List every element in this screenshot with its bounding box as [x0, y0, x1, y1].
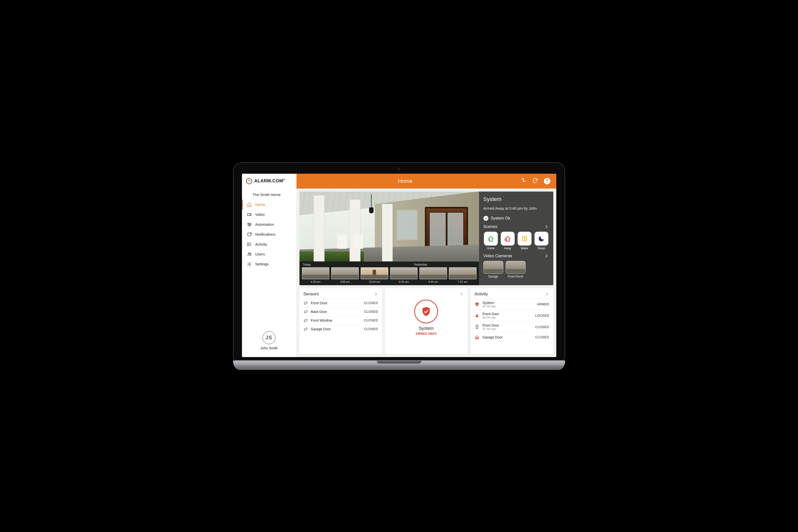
svg-point-7 — [247, 243, 248, 243]
clip-thumb[interactable]: 4:30 pm — [302, 267, 330, 283]
app-body: The Smith Home Home Video Automation — [242, 189, 556, 357]
scene-sleep-icon — [538, 235, 545, 242]
page-title: Home — [296, 174, 514, 189]
chevron-right-icon — [544, 224, 549, 229]
refresh-icon[interactable] — [532, 177, 538, 185]
clip-timeline: Today Yesterday 4:30 pm 3:00 pm 10:04 am… — [299, 261, 479, 285]
hero-camera-view[interactable]: Today Yesterday 4:30 pm 3:00 pm 10:04 am… — [299, 192, 479, 285]
clip-thumb[interactable]: 8:34 am — [390, 267, 418, 283]
app-screen: ALARMCOM® Home ? The Sm — [242, 174, 556, 357]
app-header: ALARMCOM® Home ? — [242, 174, 556, 189]
sensor-icon — [303, 301, 308, 305]
svg-point-15 — [304, 310, 308, 313]
directions-icon[interactable] — [520, 177, 526, 185]
sidebar-item-automation[interactable]: Automation — [242, 220, 296, 229]
svg-point-9 — [247, 245, 248, 246]
scenes-header[interactable]: Scenes — [483, 224, 549, 229]
clip-thumb[interactable]: 3:00 pm — [331, 267, 359, 283]
settings-icon — [247, 262, 252, 267]
sidebar-item-label: Home — [255, 203, 265, 207]
svg-point-20 — [477, 327, 478, 327]
sidebar-item-users[interactable]: Users — [242, 249, 296, 259]
help-icon[interactable]: ? — [544, 178, 550, 184]
laptop-camera — [398, 168, 401, 170]
brand-logo[interactable]: ALARMCOM® — [242, 174, 296, 189]
sidebar-item-label: Notifications — [255, 232, 276, 236]
sensor-row[interactable]: Front Door CLOSED — [303, 299, 378, 307]
sensors-card: Sensors Front Door CLOSED Back Door — [299, 288, 382, 354]
clip-thumb[interactable]: 7:22 am — [449, 267, 477, 283]
activity-icon — [247, 242, 252, 247]
sidebar-item-label: Automation — [255, 222, 274, 227]
logo-hex-icon — [246, 178, 252, 184]
chevron-right-icon — [544, 253, 549, 259]
svg-point-17 — [304, 327, 308, 330]
header-actions: ? — [514, 174, 556, 189]
lock-icon — [475, 313, 479, 318]
clip-thumbs: 4:30 pm 3:00 pm 10:04 am 8:34 am 9:46 am… — [302, 267, 477, 283]
scene-home[interactable]: Home — [483, 232, 498, 250]
sensor-icon — [303, 309, 308, 314]
garage-icon — [475, 335, 479, 340]
sidebar-item-video[interactable]: Video — [242, 210, 296, 220]
automation-icon — [247, 222, 252, 227]
svg-point-14 — [304, 301, 308, 305]
camera-thumb — [483, 261, 503, 274]
svg-rect-19 — [476, 325, 478, 329]
shield-icon — [475, 302, 479, 307]
sensor-row[interactable]: Garage Door CLOSED — [303, 325, 378, 333]
cards-row: Sensors Front Door CLOSED Back Door — [299, 288, 553, 354]
scene-away[interactable]: Away — [500, 232, 515, 250]
home-name[interactable]: The Smith Home — [242, 189, 296, 198]
profile[interactable]: JS John Smith — [242, 326, 296, 357]
users-icon — [247, 252, 252, 257]
scene-sleep[interactable]: Sleep — [534, 232, 549, 250]
activity-row[interactable]: Front Door31 min ago CLOSED — [475, 321, 549, 332]
activity-row[interactable]: Garage Door CLOSED — [475, 332, 549, 342]
clip-thumb[interactable]: 10:04 am — [361, 267, 388, 283]
shield-check-icon — [421, 306, 432, 317]
svg-point-11 — [250, 253, 251, 254]
sensors-header[interactable]: Sensors — [303, 292, 378, 297]
scene-away-icon — [504, 235, 512, 242]
system-card[interactable]: System ARMED AWAY — [385, 288, 467, 354]
scene-wake[interactable]: Wake — [517, 232, 532, 250]
sidebar-item-notifications[interactable]: Notifications — [242, 229, 296, 239]
system-ok-row: System Ok — [483, 216, 549, 221]
activity-row[interactable]: Front Door30 min ago LOCKED — [475, 310, 549, 321]
chevron-right-icon — [374, 292, 378, 296]
profile-name: John Smith — [260, 346, 278, 350]
check-circle-icon — [483, 216, 488, 221]
activity-row[interactable]: System30 min ago ARMED — [475, 299, 549, 310]
chevron-right-icon — [459, 292, 464, 296]
cameras-label: Video Cameras — [483, 253, 513, 259]
camera-tile-garage[interactable]: Garage — [483, 261, 503, 278]
system-card-state: ARMED AWAY — [415, 332, 437, 336]
home-icon — [247, 202, 252, 207]
svg-point-8 — [247, 244, 248, 245]
sensor-row[interactable]: Back Door CLOSED — [303, 307, 378, 316]
svg-point-10 — [248, 253, 249, 254]
sensor-icon — [303, 318, 308, 323]
system-status-line: Armed Away at 5:40 pm by John — [483, 206, 549, 211]
cameras-header[interactable]: Video Cameras — [483, 253, 549, 259]
activity-header[interactable]: Activity — [475, 292, 549, 297]
sidebar-item-home[interactable]: Home — [242, 200, 296, 210]
clip-thumb[interactable]: 9:46 am — [420, 267, 447, 283]
sidebar-item-label: Settings — [255, 262, 269, 266]
svg-point-12 — [249, 263, 250, 265]
laptop-frame: ALARMCOM® Home ? The Sm — [233, 162, 565, 370]
camera-tile-front-porch[interactable]: Front Porch — [506, 261, 525, 278]
svg-rect-18 — [476, 316, 478, 317]
chevron-right-icon — [545, 292, 549, 296]
laptop-bezel: ALARMCOM® Home ? The Sm — [233, 162, 565, 361]
sidebar-nav: Home Video Automation Notifications — [242, 198, 296, 271]
svg-rect-21 — [476, 337, 478, 339]
svg-rect-1 — [247, 213, 250, 215]
avatar: JS — [262, 331, 275, 344]
sidebar-item-activity[interactable]: Activity — [242, 239, 296, 249]
sidebar-item-label: Users — [255, 252, 265, 256]
sidebar-item-settings[interactable]: Settings — [242, 259, 296, 269]
sensor-row[interactable]: Front Window CLOSED — [303, 316, 378, 325]
svg-point-6 — [250, 232, 252, 234]
